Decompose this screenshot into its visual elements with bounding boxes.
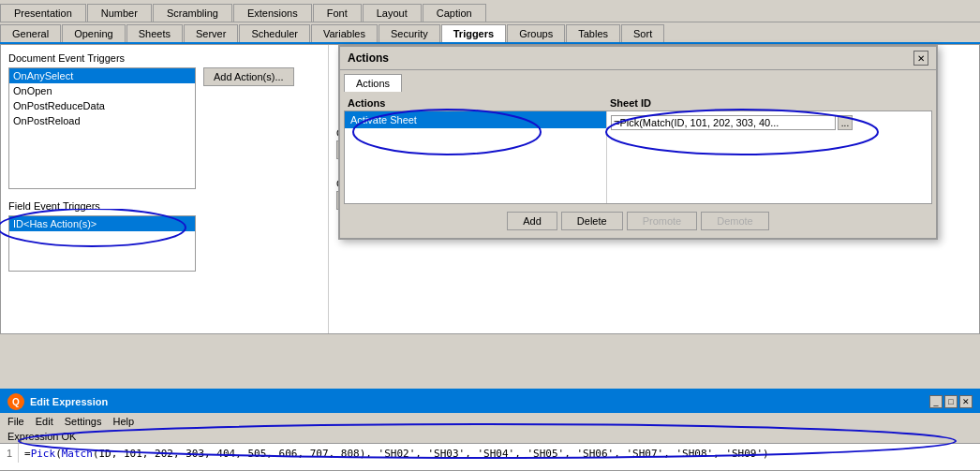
tab-scrambling[interactable]: Scrambling [153,4,232,22]
modal-inner-tabs: Actions [340,70,936,92]
tab-sort[interactable]: Sort [621,24,664,42]
expr-equals: = [24,448,31,460]
document-triggers-label: Document Event Triggers [8,52,320,64]
tab-layout[interactable]: Layout [363,4,422,22]
tab-server[interactable]: Server [184,24,238,42]
actions-table-body: Activate Sheet ... [344,110,932,204]
expression-status: Expression OK [0,430,980,443]
sheetid-browse-button[interactable]: ... [838,115,853,130]
actions-list: Activate Sheet [345,111,607,203]
tab-variables[interactable]: Variables [311,24,378,42]
expr-pick-keyword: Pick [31,448,56,460]
modal-footer-buttons: Add Delete Promote Demote [344,208,932,234]
tab-caption[interactable]: Caption [423,4,486,22]
delete-action-button[interactable]: Delete [561,212,623,230]
modal-body: Actions Sheet ID Activate Sheet ... [340,92,936,238]
col-sheetid-header: Sheet ID [610,97,928,109]
add-action-button[interactable]: Add [507,212,557,230]
maximize-button[interactable]: □ [944,395,958,408]
add-actions-button[interactable]: Add Action(s)... [203,67,294,86]
tab-extensions[interactable]: Extensions [233,4,312,22]
expr-paren1: ( [55,448,62,460]
menu-help[interactable]: Help [112,415,134,428]
tab-opening[interactable]: Opening [62,24,126,42]
tab-presentation[interactable]: Presentation [0,4,86,22]
actions-table-header: Actions Sheet ID [344,96,932,110]
edit-expression-title-bar: Q Edit Expression _ □ ✕ [0,390,980,413]
minimize-button[interactable]: _ [929,395,943,408]
menu-file[interactable]: File [7,415,24,428]
tab-tables[interactable]: Tables [566,24,620,42]
field-trigger-item-id[interactable]: ID<Has Action(s)> [9,216,195,231]
document-trigger-list: OnAnySelect OnOpen OnPostReduceData OnPo… [8,67,196,189]
edit-expression-bar: Q Edit Expression _ □ ✕ File Edit Settin… [0,389,980,471]
tab-sheets[interactable]: Sheets [126,24,183,42]
action-row-activate-sheet[interactable]: Activate Sheet [345,111,606,128]
left-panel: Document Event Triggers OnAnySelect OnOp… [1,45,329,333]
trigger-item-onopen[interactable]: OnOpen [9,83,195,98]
trigger-item-onanyselect[interactable]: OnAnySelect [9,68,195,83]
menu-settings[interactable]: Settings [65,415,102,428]
col-actions-header: Actions [348,97,610,109]
modal-title-bar: Actions ✕ [340,47,936,70]
modal-title: Actions [348,52,389,65]
sheetid-value: ... [611,115,928,130]
field-event-triggers-section: Field Event Triggers ID<Has Action(s)> [8,200,320,272]
tab-font[interactable]: Font [313,4,362,22]
sheetid-panel: ... [607,111,931,203]
edit-expression-menu: File Edit Settings Help [0,413,980,430]
tab-security[interactable]: Security [379,24,440,42]
field-trigger-list: ID<Has Action(s)> [8,215,196,272]
expr-match-keyword: Match [62,448,93,460]
expression-window-buttons: _ □ ✕ [929,395,973,408]
sheetid-input[interactable] [611,115,836,130]
expression-input-row: 1 =Pick(Match(ID, 101, 202, 303, 404, 50… [0,443,980,471]
trigger-item-onpostreducedata[interactable]: OnPostReduceData [9,98,195,113]
modal-tab-actions[interactable]: Actions [344,74,402,92]
tab-triggers[interactable]: Triggers [441,24,506,42]
tab-number[interactable]: Number [87,4,152,22]
demote-action-button[interactable]: Demote [701,212,769,230]
line-number: 1 [0,444,19,463]
tab-scheduler[interactable]: Scheduler [239,24,310,42]
tab-general[interactable]: General [0,24,61,42]
modal-close-button[interactable]: ✕ [913,51,928,66]
edit-expression-title: Edit Expression [30,396,108,407]
menu-edit[interactable]: Edit [36,415,53,428]
expr-rest: (ID, 101, 202, 303, 404, 505, 606, 707, … [93,448,769,460]
close-expression-button[interactable]: ✕ [959,395,973,408]
tab-groups[interactable]: Groups [507,24,565,42]
trigger-item-onpostreload[interactable]: OnPostReload [9,113,195,128]
qv-logo: Q [7,393,24,410]
expression-content[interactable]: =Pick(Match(ID, 101, 202, 303, 404, 505,… [19,444,967,464]
promote-action-button[interactable]: Promote [627,212,698,230]
field-triggers-label: Field Event Triggers [8,200,320,212]
actions-modal: Actions ✕ Actions Actions Sheet ID Activ… [338,45,938,240]
